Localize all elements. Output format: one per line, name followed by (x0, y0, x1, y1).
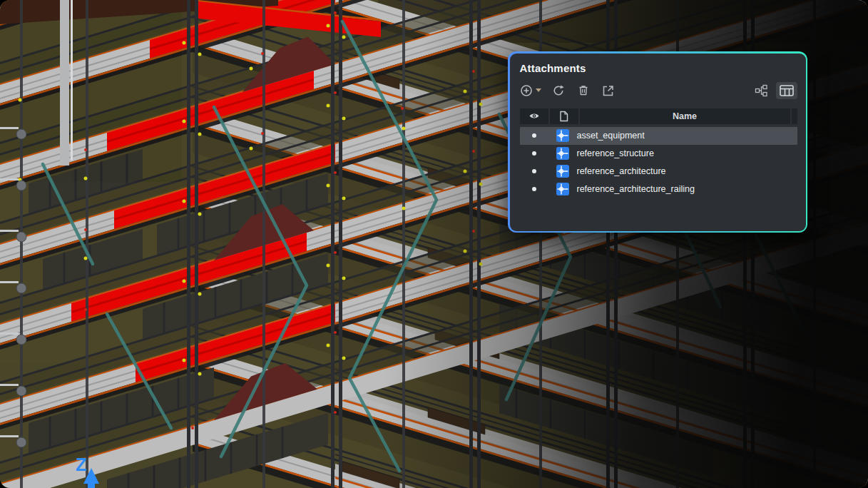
attachment-name: reference_architecture_railing (577, 184, 797, 194)
ucs-z-label: Z (76, 454, 87, 475)
add-circle-icon (520, 84, 533, 97)
visibility-dot (532, 169, 536, 173)
visibility-dot (532, 133, 536, 138)
visibility-toggle[interactable] (520, 151, 548, 156)
refresh-icon (552, 84, 565, 97)
attachments-table: Name asset_equipment (520, 108, 797, 198)
visibility-column-header[interactable] (520, 108, 548, 124)
dwg-xref-icon (548, 165, 577, 178)
table-header: Name (520, 108, 797, 124)
visibility-toggle[interactable] (520, 133, 548, 138)
table-view-icon (780, 85, 794, 96)
application-window: Z Attachments (0, 0, 868, 488)
visibility-toggle[interactable] (520, 169, 548, 173)
document-icon (559, 111, 568, 122)
name-column-header[interactable]: Name (580, 108, 790, 124)
attachment-name: reference_architecture (577, 166, 797, 176)
dwg-xref-icon (548, 147, 577, 160)
attachment-name: asset_equipment (577, 131, 797, 141)
file-type-column-header[interactable] (550, 108, 578, 124)
attachments-list: asset_equipment reference_structure (520, 127, 797, 198)
attachment-row[interactable]: reference_architecture_railing (520, 181, 797, 198)
chevron-down-icon (536, 88, 541, 92)
eye-icon (529, 112, 540, 120)
dwg-xref-icon (548, 129, 577, 142)
attachment-row[interactable]: reference_architecture (520, 163, 797, 181)
tree-view-icon (755, 84, 768, 97)
dwg-xref-icon (548, 183, 577, 195)
open-in-window-button[interactable] (601, 82, 616, 99)
delete-button[interactable] (576, 82, 591, 99)
visibility-dot (532, 151, 536, 156)
attach-button[interactable] (520, 82, 541, 99)
attachment-row[interactable]: asset_equipment (520, 127, 797, 145)
attachments-toolbar (520, 82, 797, 99)
attachments-panel: Attachments (508, 51, 807, 233)
visibility-dot (532, 187, 536, 191)
trash-icon (577, 84, 590, 97)
visibility-toggle[interactable] (520, 187, 548, 191)
refresh-button[interactable] (551, 82, 566, 99)
table-view-toggle[interactable] (776, 82, 797, 99)
attachment-row[interactable]: reference_structure (520, 145, 797, 163)
header-end-cap (792, 108, 797, 124)
open-external-icon (602, 84, 615, 97)
panel-title: Attachments (520, 62, 797, 74)
attachment-name: reference_structure (577, 148, 797, 158)
tree-view-toggle[interactable] (754, 82, 770, 99)
